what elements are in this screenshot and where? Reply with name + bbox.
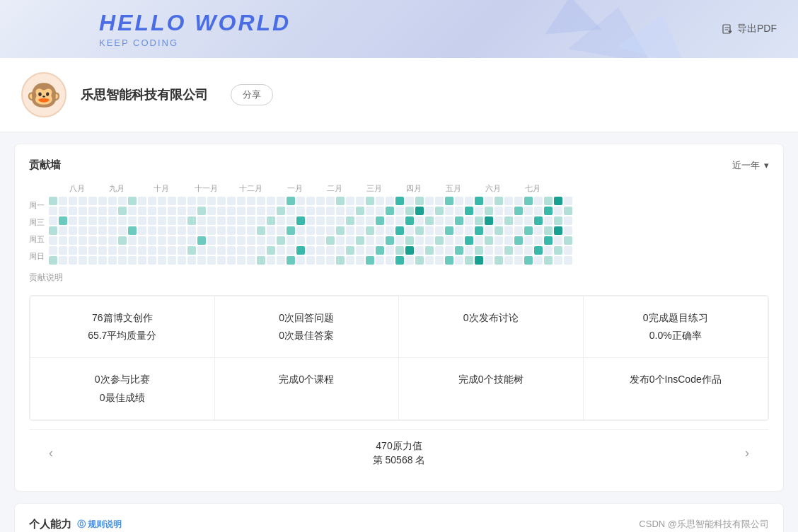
contrib-cell[interactable] [405, 256, 414, 265]
contrib-cell[interactable] [544, 226, 553, 235]
contrib-cell[interactable] [237, 236, 245, 245]
contrib-cell[interactable] [138, 256, 146, 265]
contrib-cell[interactable] [158, 226, 166, 235]
contrib-cell[interactable] [79, 246, 87, 255]
contrib-cell[interactable] [79, 216, 87, 225]
contrib-cell[interactable] [395, 226, 404, 235]
contrib-cell[interactable] [168, 207, 176, 215]
contrib-cell[interactable] [187, 236, 196, 245]
contrib-cell[interactable] [178, 256, 186, 265]
contrib-cell[interactable] [79, 226, 87, 235]
contrib-cell[interactable] [465, 216, 473, 225]
contrib-cell[interactable] [485, 216, 493, 225]
contrib-cell[interactable] [227, 256, 236, 265]
contrib-cell[interactable] [465, 256, 473, 265]
contrib-cell[interactable] [187, 226, 196, 235]
contrib-cell[interactable] [386, 226, 394, 235]
contribution-legend[interactable]: 贡献说明 [29, 272, 769, 284]
contrib-cell[interactable] [217, 256, 226, 265]
contrib-cell[interactable] [277, 197, 285, 205]
contrib-cell[interactable] [197, 197, 206, 205]
contrib-cell[interactable] [326, 246, 335, 255]
contrib-cell[interactable] [69, 216, 77, 225]
contrib-cell[interactable] [277, 207, 285, 215]
contrib-cell[interactable] [128, 246, 137, 255]
contrib-cell[interactable] [158, 207, 166, 215]
contrib-cell[interactable] [495, 207, 503, 215]
contrib-cell[interactable] [217, 246, 226, 255]
contrib-cell[interactable] [98, 226, 107, 235]
contrib-cell[interactable] [524, 246, 533, 255]
contrib-cell[interactable] [544, 207, 553, 215]
contrib-cell[interactable] [227, 216, 236, 225]
contrib-cell[interactable] [425, 207, 434, 215]
contrib-cell[interactable] [475, 207, 483, 215]
contrib-cell[interactable] [306, 207, 315, 215]
contrib-cell[interactable] [425, 216, 434, 225]
contrib-cell[interactable] [187, 207, 196, 215]
contrib-cell[interactable] [504, 256, 513, 265]
contrib-cell[interactable] [267, 236, 275, 245]
contrib-cell[interactable] [138, 246, 146, 255]
contrib-cell[interactable] [69, 256, 77, 265]
export-button[interactable]: 导出PDF [722, 23, 777, 35]
contrib-cell[interactable] [148, 256, 156, 265]
contrib-cell[interactable] [168, 197, 176, 205]
contrib-cell[interactable] [336, 216, 345, 225]
contrib-cell[interactable] [277, 246, 285, 255]
contrib-cell[interactable] [257, 197, 265, 205]
contrib-cell[interactable] [326, 216, 335, 225]
contrib-cell[interactable] [376, 207, 384, 215]
contrib-cell[interactable] [296, 216, 305, 225]
contrib-cell[interactable] [118, 256, 127, 265]
contrib-cell[interactable] [534, 256, 543, 265]
contrib-cell[interactable] [316, 236, 325, 245]
contrib-cell[interactable] [197, 236, 206, 245]
contrib-cell[interactable] [386, 246, 394, 255]
contrib-cell[interactable] [88, 256, 97, 265]
contrib-cell[interactable] [118, 236, 127, 245]
contrib-cell[interactable] [88, 246, 97, 255]
contrib-cell[interactable] [524, 207, 533, 215]
contrib-cell[interactable] [316, 256, 325, 265]
contrib-cell[interactable] [138, 236, 146, 245]
contrib-cell[interactable] [564, 226, 572, 235]
contrib-cell[interactable] [366, 236, 374, 245]
contrib-cell[interactable] [217, 207, 226, 215]
contrib-cell[interactable] [148, 236, 156, 245]
contrib-cell[interactable] [178, 246, 186, 255]
contrib-cell[interactable] [495, 236, 503, 245]
contrib-cell[interactable] [495, 197, 503, 205]
contrib-cell[interactable] [59, 207, 67, 215]
contrib-cell[interactable] [128, 226, 137, 235]
contrib-cell[interactable] [435, 216, 444, 225]
contrib-cell[interactable] [435, 246, 444, 255]
contrib-cell[interactable] [336, 246, 345, 255]
contrib-cell[interactable] [79, 256, 87, 265]
contrib-cell[interactable] [237, 216, 245, 225]
contrib-cell[interactable] [356, 207, 364, 215]
contrib-cell[interactable] [326, 226, 335, 235]
contrib-cell[interactable] [415, 197, 424, 205]
contrib-cell[interactable] [435, 226, 444, 235]
contrib-cell[interactable] [287, 236, 295, 245]
contrib-cell[interactable] [178, 197, 186, 205]
contrib-cell[interactable] [356, 256, 364, 265]
contrib-cell[interactable] [405, 226, 414, 235]
contrib-cell[interactable] [485, 226, 493, 235]
contrib-cell[interactable] [316, 246, 325, 255]
contrib-cell[interactable] [108, 226, 117, 235]
contrib-cell[interactable] [187, 216, 196, 225]
contrib-cell[interactable] [395, 197, 404, 205]
contrib-cell[interactable] [59, 216, 67, 225]
contrib-cell[interactable] [405, 197, 414, 205]
contrib-cell[interactable] [207, 236, 216, 245]
contrib-cell[interactable] [277, 256, 285, 265]
contrib-cell[interactable] [475, 216, 483, 225]
contrib-cell[interactable] [287, 207, 295, 215]
contrib-cell[interactable] [267, 216, 275, 225]
contrib-cell[interactable] [405, 207, 414, 215]
contrib-cell[interactable] [247, 256, 255, 265]
contrib-cell[interactable] [69, 197, 77, 205]
contrib-cell[interactable] [257, 256, 265, 265]
